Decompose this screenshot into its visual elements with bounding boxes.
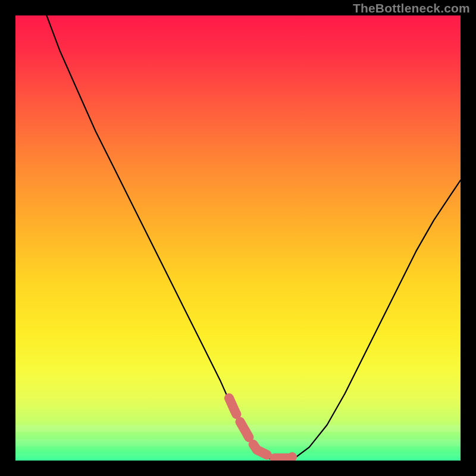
watermark-text: TheBottleneck.com (353, 1, 470, 15)
chart-frame: TheBottleneck.com (0, 0, 476, 476)
heat-gradient (15, 15, 461, 461)
plot-area (15, 15, 461, 461)
